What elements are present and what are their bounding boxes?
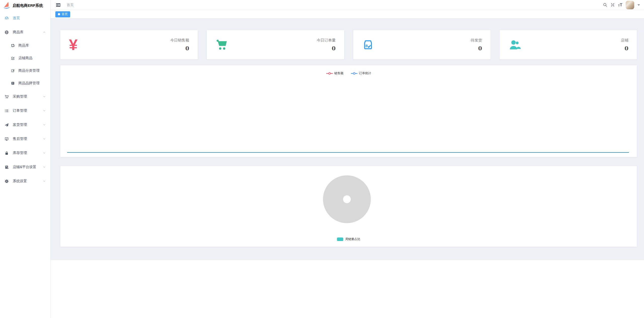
- sidebar-item-label: 商品库: [18, 43, 29, 48]
- board-check-icon: [5, 137, 9, 141]
- circle-notch-icon: [11, 44, 15, 48]
- stat-card-shops: 店铺 0: [500, 30, 637, 59]
- sailboat-logo-icon: [2, 1, 11, 10]
- font-size-icon[interactable]: TT: [618, 3, 622, 7]
- sales-orders-line-chart: 销售额 订单统计: [60, 65, 637, 157]
- topbar-actions: TT: [603, 1, 640, 9]
- legend-item-order-stats[interactable]: 订单统计: [351, 71, 371, 75]
- topbar: 首页 TT: [51, 0, 644, 10]
- sidebar-item-label: 发货管理: [13, 123, 27, 127]
- sidebar-item-inventory[interactable]: 库存管理: [0, 146, 50, 160]
- tab-home[interactable]: 首页: [55, 11, 70, 17]
- dashboard-icon: [5, 16, 9, 20]
- line-chart-legend: 销售额 订单统计: [60, 71, 637, 75]
- stat-value: 0: [471, 45, 482, 52]
- stat-value: 0: [170, 45, 189, 52]
- sidebar-subitem-product-library[interactable]: 商品库: [0, 39, 50, 52]
- stat-value: 0: [317, 45, 336, 52]
- stat-label: 今日销售额: [170, 38, 189, 43]
- stat-label: 店铺: [621, 38, 628, 43]
- sidebar-item-shop-platform-settings[interactable]: 店铺&平台设置: [0, 160, 50, 174]
- sidebar-item-label: 售后管理: [13, 137, 27, 141]
- stat-card-pending-shipment: 待发货 0: [353, 30, 491, 59]
- small-t-glyph: T: [618, 4, 620, 7]
- chevron-down-icon: [43, 95, 46, 98]
- sidebar-item-label: 商品库: [13, 30, 23, 34]
- avatar[interactable]: [626, 1, 634, 9]
- breadcrumb[interactable]: 首页: [67, 3, 74, 7]
- tabs-bar: 首页: [51, 10, 644, 19]
- legend-label: 销售额: [334, 71, 343, 75]
- sidebar-item-label: 订单管理: [13, 108, 27, 113]
- stat-text: 店铺 0: [621, 38, 628, 52]
- sidebar-item-system-settings[interactable]: 系统设置: [0, 174, 50, 188]
- gear-icon: [5, 179, 9, 183]
- lock-icon: [5, 151, 9, 155]
- users-icon: [508, 38, 521, 51]
- chevron-down-icon: [43, 137, 46, 140]
- sidebar-item-label: 店铺商品: [18, 56, 32, 60]
- fullscreen-icon[interactable]: [611, 3, 615, 7]
- sidebar-item-label: 库存管理: [13, 151, 27, 155]
- list-icon: [5, 109, 9, 113]
- line-marker-icon: [326, 72, 333, 75]
- legend-swatch: [337, 237, 343, 241]
- caret-down-icon[interactable]: [637, 4, 640, 7]
- stat-value: 0: [621, 45, 628, 52]
- legend-item-sales[interactable]: 销售额: [326, 71, 343, 75]
- chevron-down-icon: [43, 123, 46, 126]
- sidebar: 启航电商ERP系统 首页 商品库: [0, 0, 51, 318]
- stat-cards-row: 今日销售额 0 今日订单量 0: [60, 30, 637, 59]
- sidebar-submenu-product-library: 商品库 店铺商品: [0, 39, 50, 90]
- paper-plane-icon: [5, 123, 9, 127]
- sidebar-item-shipping[interactable]: 发货管理: [0, 118, 50, 132]
- info-square-icon: [11, 81, 15, 86]
- search-icon[interactable]: [603, 3, 607, 7]
- dashboard-content: 今日销售额 0 今日订单量 0: [51, 18, 644, 260]
- stat-text: 今日销售额 0: [170, 38, 189, 52]
- tab-label: 首页: [62, 12, 68, 16]
- sidebar-item-label: 首页: [13, 16, 20, 20]
- sidebar-item-home[interactable]: 首页: [0, 11, 50, 25]
- edit-square-icon: [11, 69, 15, 73]
- stat-text: 待发货 0: [471, 38, 482, 52]
- pie-chart-legend[interactable]: 周销量占比: [337, 237, 360, 241]
- legend-label: 订单统计: [359, 71, 371, 75]
- journal-icon: [5, 165, 9, 169]
- stat-label: 今日订单量: [317, 38, 336, 43]
- pen-icon: [11, 56, 15, 60]
- stat-card-today-orders: 今日订单量 0: [207, 30, 344, 59]
- menu-fold-icon[interactable]: [56, 3, 61, 7]
- big-t-glyph: T: [620, 3, 622, 7]
- sidebar-subitem-product-brand[interactable]: 商品品牌管理: [0, 77, 50, 90]
- weekly-sales-pie-chart: 周销量占比: [60, 166, 637, 247]
- donut-chart-placeholder: [323, 175, 371, 223]
- tab-active-dot: [58, 13, 60, 15]
- line-marker-icon: [351, 72, 357, 75]
- chevron-down-icon: [43, 180, 46, 183]
- sidebar-subitem-product-category[interactable]: 商品分类管理: [0, 64, 50, 77]
- stat-card-today-sales: 今日销售额 0: [60, 30, 198, 59]
- sidebar-item-product-library[interactable]: 商品库: [0, 25, 50, 39]
- sidebar-item-label: 系统设置: [13, 179, 27, 183]
- chevron-down-icon: [43, 109, 46, 112]
- erp-dashboard: 启航电商ERP系统 首页 商品库: [0, 0, 644, 318]
- sidebar-item-orders[interactable]: 订单管理: [0, 104, 50, 118]
- cart-icon: [215, 38, 229, 52]
- stat-label: 待发货: [471, 38, 482, 43]
- sidebar-menu: 首页 商品库 商品库: [0, 11, 50, 188]
- main-header: 首页 TT: [51, 0, 644, 19]
- app-logo-row[interactable]: 启航电商ERP系统: [0, 0, 50, 11]
- sidebar-item-label: 商品品牌管理: [18, 81, 39, 86]
- sidebar-item-purchase[interactable]: 采购管理: [0, 90, 50, 104]
- sidebar-item-aftersales[interactable]: 售后管理: [0, 132, 50, 146]
- stat-text: 今日订单量 0: [317, 38, 336, 52]
- package-check-icon: [362, 38, 374, 51]
- sidebar-item-label: 店铺&平台设置: [13, 165, 36, 169]
- legend-label: 周销量占比: [345, 237, 360, 241]
- chevron-up-icon: [43, 31, 46, 34]
- globe-icon: [5, 30, 9, 34]
- sidebar-subitem-shop-products[interactable]: 店铺商品: [0, 52, 50, 64]
- sidebar-item-label: 采购管理: [13, 94, 27, 99]
- chart-x-axis-line: [67, 152, 629, 153]
